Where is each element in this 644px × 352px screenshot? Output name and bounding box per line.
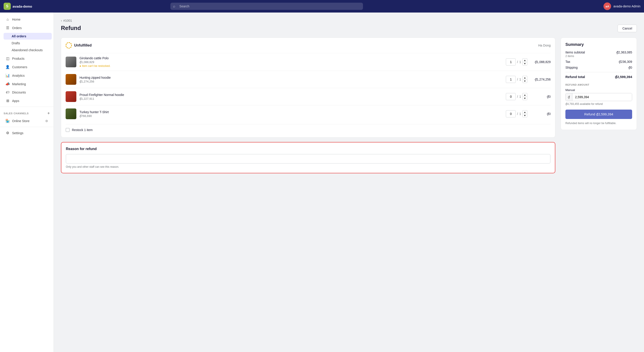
apps-icon: ⊞ [5,99,10,103]
quantity-input[interactable] [506,58,516,65]
product-info: Proud Firefighter Normal hoodie ₫1,227,9… [80,93,503,100]
product-image [66,108,76,119]
shopify-icon: S [4,3,11,10]
product-image [66,57,76,67]
table-row: Turkey hunter T-Shirt ₫766,690 / 1 ▲ ▼ [66,105,550,122]
reason-hint: Only you and other staff can see this re… [66,165,550,169]
fulfill-location: Ha Dong [538,44,550,47]
refund-note: Refunded items will no longer be fulfill… [566,121,632,125]
unfulfilled-card: Unfulfilled Ha Dong Girolando cattle Pol… [61,37,555,138]
brand-name: avada-demo [12,4,32,8]
customers-icon: 👤 [5,65,10,69]
product-image [66,74,76,85]
products-icon: ◫ [5,56,10,61]
qty-stepper: ▲ ▼ [522,76,527,83]
fulfill-header: Unfulfilled Ha Dong [66,42,550,48]
product-total: ₫0 [530,112,550,116]
product-total: ₫1,088,829 [530,60,550,64]
reason-title: Reason for refund [66,147,550,151]
product-info: Turkey hunter T-Shirt ₫766,690 [80,110,503,118]
orders-icon: ☰ [5,26,10,30]
sidebar-item-home[interactable]: ⌂ Home [2,15,52,23]
sidebar-sub-all-orders[interactable]: All orders [4,33,52,40]
product-total: ₫1,274,256 [530,78,550,81]
qty-increase[interactable]: ▲ [522,76,527,79]
qty-decrease[interactable]: ▼ [522,62,527,65]
sidebar-item-customers[interactable]: 👤 Customers [2,63,52,71]
restock-row: Restock 1 item [66,124,550,133]
page-header: Refund Cancel [61,25,637,32]
unfulfilled-status-icon [66,42,72,48]
content-grid: Unfulfilled Ha Dong Girolando cattle Pol… [61,37,637,173]
brand-logo[interactable]: S avada-demo [4,3,48,10]
summary-title: Summary [566,42,632,47]
avatar[interactable]: aA [604,2,611,10]
sidebar-item-marketing[interactable]: 📣 Marketing [2,80,52,88]
fulfill-title: Unfulfilled [74,43,92,47]
summary-divider [566,72,632,72]
fulfill-status: Unfulfilled [66,42,92,48]
sidebar-sub-abandoned[interactable]: Abandoned checkouts [4,47,52,53]
qty-stepper: ▲ ▼ [522,110,527,117]
refund-amount-section: REFUND AMOUNT Manual ₫ ₫4,793,455 availa… [566,83,632,106]
breadcrumb[interactable]: ‹ #1001 [61,19,637,22]
sidebar-item-online-store[interactable]: 🏪 Online Store ⚙ [2,117,52,125]
sidebar-item-apps[interactable]: ⊞ Apps [2,97,52,105]
quantity-input[interactable] [506,110,516,117]
sidebar-sub-drafts[interactable]: Drafts [4,40,52,46]
product-info: Girolando cattle Polo ₫1,088,829 ● Item … [80,56,503,68]
summary-refund-total: Refund total ₫2,599,394 [566,75,632,79]
sidebar: ⌂ Home ☰ Orders All orders Drafts Abando… [0,12,54,352]
summary-items-subtotal: Items subtotal 2 items ₫2,363,085 [566,50,632,58]
restock-checkbox[interactable] [66,128,70,132]
search-icon: ⌕ [173,4,175,8]
orders-submenu: All orders Drafts Abandoned checkouts [0,32,54,54]
product-info: Hunting zipped hoodie ₫1,274,256 [80,76,503,83]
manual-amount-input[interactable] [572,93,632,101]
reason-input[interactable] [66,154,550,164]
qty-decrease[interactable]: ▼ [522,79,527,83]
qty-increase[interactable]: ▲ [522,58,527,62]
qty-stepper: ▲ ▼ [522,58,527,65]
qty-control: / 1 ▲ ▼ [506,93,527,100]
page-title: Refund [61,25,81,31]
right-column: Summary Items subtotal 2 items ₫2,363,08… [561,37,637,173]
product-name: Proud Firefighter Normal hoodie [80,93,503,97]
summary-tax: Tax ₫236,309 [566,60,632,63]
main-content: ‹ #1001 Refund Cancel Unfulfilled Ha D [54,12,644,352]
qty-decrease[interactable]: ▼ [522,97,527,100]
qty-control: / 1 ▲ ▼ [506,76,527,83]
summary-shipping: Shipping ₫0 [566,66,632,69]
sidebar-item-analytics[interactable]: 📊 Analytics [2,71,52,80]
reason-card: Reason for refund Only you and other sta… [61,142,555,173]
product-image [66,91,76,102]
quantity-input[interactable] [506,93,516,100]
available-hint: ₫4,793,455 available for refund [566,102,632,106]
add-sales-channel-icon[interactable]: + [48,111,50,116]
qty-control: / 1 ▲ ▼ [506,110,527,117]
home-icon: ⌂ [5,17,10,21]
manual-input-wrapper: ₫ [566,93,632,101]
qty-increase[interactable]: ▲ [522,93,527,97]
discounts-icon: 🏷 [5,90,10,94]
product-name: Girolando cattle Polo [80,56,503,60]
refund-button[interactable]: Refund ₫2,599,394 [566,110,632,119]
left-column: Unfulfilled Ha Dong Girolando cattle Pol… [61,37,555,173]
sidebar-divider-2 [0,127,54,127]
analytics-icon: 📊 [5,73,10,78]
product-warning: ● Item can't be restocked. [80,64,503,68]
back-arrow-icon: ‹ [61,19,62,22]
qty-stepper: ▲ ▼ [522,93,527,100]
sidebar-item-products[interactable]: ◫ Products [2,54,52,63]
cancel-button[interactable]: Cancel [618,25,637,32]
sales-channels-header: SALES CHANNELS + [0,109,54,117]
quantity-input[interactable] [506,76,516,83]
qty-increase[interactable]: ▲ [522,110,527,114]
qty-decrease[interactable]: ▼ [522,114,527,117]
sidebar-item-settings[interactable]: ⚙ Settings [2,129,52,137]
online-store-settings-icon[interactable]: ⚙ [45,119,48,123]
search-input[interactable] [170,3,363,10]
sidebar-item-orders[interactable]: ☰ Orders [2,24,52,32]
sidebar-item-discounts[interactable]: 🏷 Discounts [2,88,52,96]
product-price: ₫1,274,256 [80,80,503,83]
